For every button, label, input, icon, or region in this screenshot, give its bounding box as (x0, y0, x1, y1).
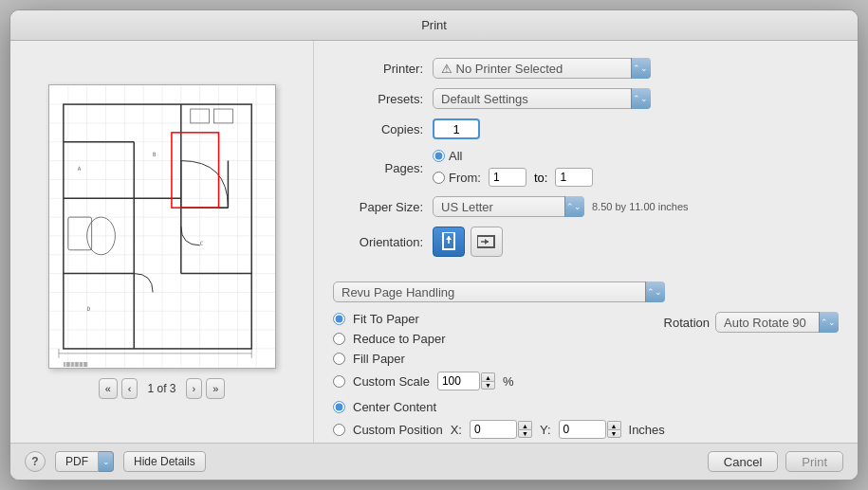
reduce-to-paper-radio[interactable] (333, 333, 345, 345)
scale-spinner: ▲ ▼ (437, 372, 495, 390)
dialog-title: Print (421, 18, 447, 32)
x-arrows: ▲ ▼ (518, 421, 532, 438)
pages-from-radio[interactable] (433, 172, 445, 184)
custom-position-label: Custom Position (353, 423, 443, 437)
pdf-dropdown-button[interactable]: ⌄ (99, 451, 114, 472)
page-info: 1 of 3 (141, 382, 181, 395)
x-down-arrow[interactable]: ▼ (518, 429, 532, 438)
pages-row: Pages: All From: to: (333, 149, 839, 187)
y-up-arrow[interactable]: ▲ (607, 421, 621, 429)
fill-paper-row: Fill Paper (333, 352, 664, 366)
orientation-label: Orientation: (333, 235, 423, 249)
portrait-icon (441, 232, 456, 251)
copies-label: Copies: (333, 122, 423, 136)
custom-scale-input[interactable] (437, 372, 480, 390)
svg-text:D: D (86, 305, 90, 312)
options-area: Fit To Paper Reduce to Paper Fill Paper … (333, 312, 839, 396)
paper-size-row: Paper Size: US Letter 8.50 by 11.00 inch… (333, 196, 839, 217)
first-page-button[interactable]: « (99, 378, 118, 399)
scale-unit: % (503, 374, 514, 389)
print-button[interactable]: Print (785, 451, 843, 472)
x-up-arrow[interactable]: ▲ (518, 421, 532, 429)
pages-to-label: to: (534, 171, 547, 185)
center-content-radio[interactable] (333, 401, 345, 413)
prev-page-button[interactable]: ‹ (121, 378, 139, 399)
copies-input[interactable] (433, 118, 480, 139)
scale-options: Fit To Paper Reduce to Paper Fill Paper … (333, 312, 664, 396)
pdf-button[interactable]: PDF (55, 451, 99, 472)
blueprint-preview: |||||||||||||||||||| A B C D (49, 85, 275, 368)
y-input[interactable] (559, 420, 606, 439)
y-arrows: ▲ ▼ (607, 421, 621, 438)
y-spinner: ▲ ▼ (559, 420, 621, 439)
printer-row: Printer: ⚠ No Printer Selected (333, 58, 839, 79)
fill-paper-label: Fill Paper (353, 352, 405, 366)
copies-row: Copies: (333, 118, 839, 139)
printer-select[interactable]: ⚠ No Printer Selected (433, 58, 651, 79)
dialog-content: |||||||||||||||||||| A B C D « ‹ 1 of 3 … (10, 41, 858, 443)
next-page-button[interactable]: › (186, 378, 203, 399)
presets-row: Presets: Default Settings (333, 88, 839, 109)
printer-select-wrapper: ⚠ No Printer Selected (433, 58, 651, 79)
landscape-icon (477, 234, 496, 249)
cancel-button[interactable]: Cancel (708, 451, 778, 472)
pages-label: Pages: (333, 161, 423, 175)
reduce-to-paper-label: Reduce to Paper (353, 332, 446, 346)
y-label: Y: (540, 423, 551, 437)
scale-down-arrow[interactable]: ▼ (481, 381, 495, 390)
pages-from-option[interactable]: From: (433, 171, 481, 185)
pages-all-radio[interactable] (433, 150, 445, 162)
svg-marker-54 (485, 239, 489, 245)
reduce-to-paper-row: Reduce to Paper (333, 332, 664, 346)
hide-details-button[interactable]: Hide Details (123, 451, 206, 472)
svg-text:B: B (153, 151, 157, 157)
pdf-button-group: PDF ⌄ (55, 451, 114, 472)
pages-from-input[interactable] (489, 168, 526, 187)
section-row: Revu Page Handling (333, 281, 839, 302)
bottom-bar: ? PDF ⌄ Hide Details Cancel Print (10, 443, 858, 480)
pages-options: All From: to: (433, 149, 597, 187)
settings-panel: Printer: ⚠ No Printer Selected Presets: … (314, 41, 858, 443)
position-unit: Inches (629, 423, 665, 437)
svg-marker-51 (446, 236, 452, 240)
portrait-button[interactable] (433, 227, 465, 257)
last-page-button[interactable]: » (206, 378, 225, 399)
center-content-row: Center Content (333, 400, 839, 414)
paper-size-label: Paper Size: (333, 200, 423, 214)
fit-to-paper-row: Fit To Paper (333, 312, 664, 326)
section-select[interactable]: Revu Page Handling (333, 281, 665, 302)
x-input[interactable] (470, 420, 517, 439)
section-select-wrapper: Revu Page Handling (333, 281, 665, 302)
x-spinner: ▲ ▼ (470, 420, 532, 439)
scale-arrows: ▲ ▼ (481, 372, 495, 390)
rotation-select-wrapper: Auto Rotate 90 (715, 312, 839, 333)
pages-range-row: From: to: (433, 168, 597, 187)
scale-up-arrow[interactable]: ▲ (481, 372, 495, 381)
paper-size-select[interactable]: US Letter (433, 196, 584, 217)
y-down-arrow[interactable]: ▼ (607, 429, 621, 438)
print-dialog: Print (9, 9, 859, 481)
custom-position-radio[interactable] (333, 424, 345, 436)
paper-size-select-wrapper: US Letter (433, 196, 584, 217)
fill-paper-radio[interactable] (333, 353, 345, 365)
rotation-label: Rotation (664, 316, 710, 330)
pages-to-input[interactable] (555, 168, 593, 187)
center-content-label: Center Content (353, 400, 436, 414)
custom-scale-row: Custom Scale ▲ ▼ % (333, 372, 664, 390)
custom-scale-radio[interactable] (333, 375, 345, 388)
x-label: X: (451, 423, 462, 437)
paper-dimensions: 8.50 by 11.00 inches (592, 201, 689, 212)
landscape-button[interactable] (471, 227, 503, 257)
rotation-select[interactable]: Auto Rotate 90 (715, 312, 839, 333)
presets-select[interactable]: Default Settings (433, 88, 651, 109)
page-navigation: « ‹ 1 of 3 › » (99, 378, 226, 399)
help-button[interactable]: ? (25, 451, 46, 472)
pages-all-option[interactable]: All (433, 149, 597, 163)
title-bar: Print (10, 10, 858, 41)
preview-panel: |||||||||||||||||||| A B C D « ‹ 1 of 3 … (10, 41, 314, 443)
svg-text:C: C (199, 240, 203, 246)
orientation-row: Orientation: (333, 227, 839, 257)
fit-to-paper-radio[interactable] (333, 313, 345, 325)
svg-text:A: A (77, 165, 81, 172)
page-preview: |||||||||||||||||||| A B C D (48, 84, 276, 369)
